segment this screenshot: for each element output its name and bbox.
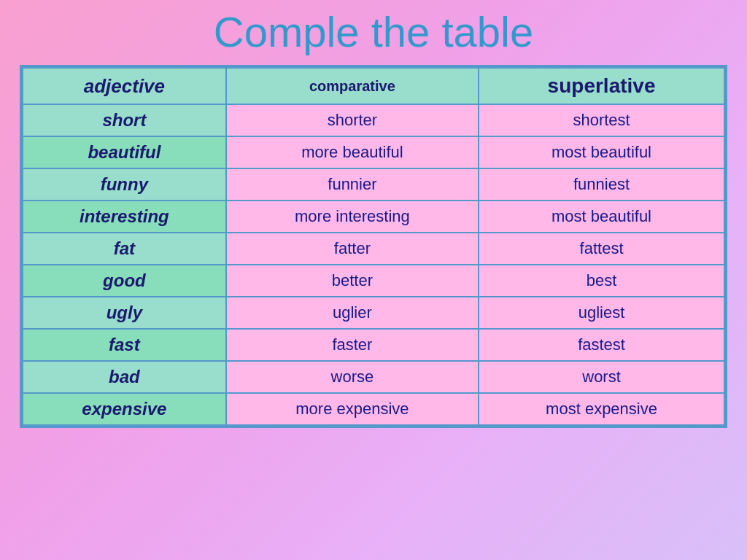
adjective-cell: fat — [23, 233, 226, 265]
superlative-cell: fattest — [479, 233, 724, 265]
table-row: funnyfunnierfunniest — [23, 168, 724, 201]
comparative-cell: more expensive — [226, 393, 479, 425]
superlative-cell: shortest — [479, 104, 724, 136]
comparative-cell: more beautiful — [226, 136, 479, 168]
adjective-cell: fast — [23, 329, 226, 361]
superlative-cell: worst — [479, 361, 724, 393]
comparative-cell: fatter — [226, 233, 479, 265]
superlative-cell: most expensive — [479, 393, 724, 425]
adjective-cell: good — [23, 265, 226, 297]
superlative-cell: fastest — [479, 329, 724, 361]
col-header-superlative: superlative — [479, 68, 724, 104]
table-row: fastfasterfastest — [23, 329, 724, 361]
adjective-cell: ugly — [23, 297, 226, 329]
table-row: uglyuglierugliest — [23, 297, 724, 329]
comparative-cell: shorter — [226, 104, 479, 136]
table-row: shortshortershortest — [23, 104, 724, 136]
adjective-cell: expensive — [23, 393, 226, 425]
table-row: badworseworst — [23, 361, 724, 393]
comparative-cell: more interesting — [226, 201, 479, 233]
adjective-cell: funny — [23, 168, 226, 201]
superlative-cell: ugliest — [479, 297, 724, 329]
superlative-cell: most beautiful — [479, 201, 724, 233]
adjective-cell: bad — [23, 361, 226, 393]
col-header-comparative: comparative — [226, 68, 479, 104]
comparative-cell: faster — [226, 329, 479, 361]
table-row: beautifulmore beautifulmost beautiful — [23, 136, 724, 168]
adjective-cell: interesting — [23, 201, 226, 233]
adjectives-table: adjective comparative superlative shorts… — [22, 67, 725, 426]
table-container: adjective comparative superlative shorts… — [20, 65, 727, 428]
superlative-cell: funniest — [479, 168, 724, 201]
table-row: fatfatterfattest — [23, 233, 724, 265]
comparative-cell: funnier — [226, 168, 479, 201]
superlative-cell: best — [479, 265, 724, 297]
table-row: expensivemore expensivemost expensive — [23, 393, 724, 425]
table-header-row: adjective comparative superlative — [23, 68, 724, 104]
adjective-cell: beautiful — [23, 136, 226, 168]
table-row: goodbetterbest — [23, 265, 724, 297]
comparative-cell: uglier — [226, 297, 479, 329]
col-header-adjective: adjective — [23, 68, 226, 104]
comparative-cell: better — [226, 265, 479, 297]
superlative-cell: most beautiful — [479, 136, 724, 168]
comparative-cell: worse — [226, 361, 479, 393]
adjective-cell: short — [23, 104, 226, 136]
table-row: interestingmore interestingmost beautifu… — [23, 201, 724, 233]
page-title: Comple the table — [214, 7, 533, 56]
